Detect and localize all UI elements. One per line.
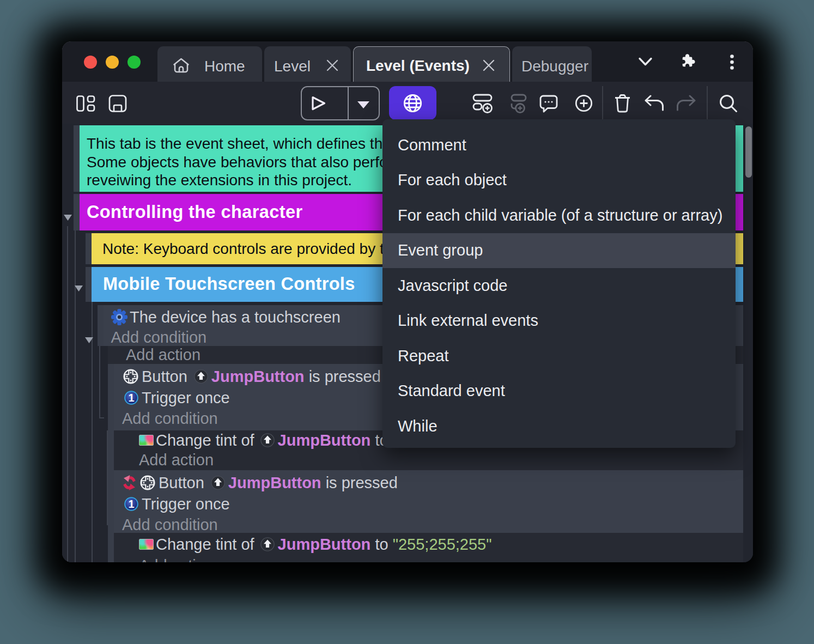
svg-text:1: 1 [128, 498, 134, 510]
svg-text:1: 1 [128, 392, 134, 404]
